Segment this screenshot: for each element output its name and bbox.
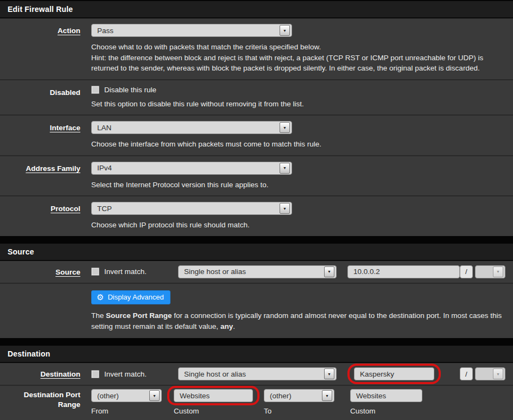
source-panel: Source Source Invert match. Single host … bbox=[0, 244, 513, 338]
chevron-down-icon[interactable]: ▼ bbox=[149, 390, 160, 401]
chevron-down-icon[interactable]: ▼ bbox=[324, 368, 334, 379]
chevron-down-icon[interactable]: ▼ bbox=[280, 25, 290, 36]
chevron-down-icon: ▼ bbox=[493, 368, 503, 379]
action-help-line1: Choose what to do with packets that matc… bbox=[91, 42, 505, 53]
disabled-row: Disabled Disable this rule Set this opti… bbox=[0, 80, 513, 116]
destination-type-select-value: Single host or alias bbox=[184, 370, 324, 378]
source-advanced-row: ⚙ Display Advanced The Source Port Range… bbox=[0, 284, 513, 338]
action-help-line2: Hint: the difference between block and r… bbox=[91, 53, 505, 74]
disabled-label: Disabled bbox=[0, 86, 91, 110]
rule-panel: Edit Firewall Rule Action Pass ▼ Choose … bbox=[0, 1, 513, 236]
port-from-caption: From bbox=[91, 407, 162, 415]
destination-mask-separator: / bbox=[460, 367, 473, 380]
action-row: Action Pass ▼ Choose what to do with pac… bbox=[0, 18, 513, 80]
port-custom-to-caption: Custom bbox=[350, 407, 422, 415]
address-family-select[interactable]: IPv4 ▼ bbox=[91, 162, 292, 175]
firewall-rule-edit-page: Edit Firewall Rule Action Pass ▼ Choose … bbox=[0, 0, 513, 420]
interface-select[interactable]: LAN ▼ bbox=[91, 121, 292, 134]
rule-panel-title: Edit Firewall Rule bbox=[0, 1, 513, 18]
action-help: Choose what to do with packets that matc… bbox=[91, 42, 505, 74]
display-advanced-button-label: Display Advanced bbox=[107, 293, 163, 301]
port-from-select[interactable]: (other) ▼ bbox=[91, 389, 162, 402]
source-port-range-note: The Source Port Range for a connection i… bbox=[91, 310, 505, 332]
source-label: Source bbox=[0, 265, 91, 278]
destination-type-select[interactable]: Single host or alias ▼ bbox=[178, 367, 337, 380]
destination-invert-option: Invert match. bbox=[91, 370, 178, 378]
destination-panel-title: Destination bbox=[0, 346, 513, 363]
port-custom-from-input[interactable]: Websites bbox=[174, 389, 253, 402]
display-advanced-button[interactable]: ⚙ Display Advanced bbox=[91, 290, 170, 304]
protocol-select[interactable]: TCP ▼ bbox=[91, 202, 292, 215]
chevron-down-icon[interactable]: ▼ bbox=[280, 163, 290, 174]
disable-rule-checkbox[interactable] bbox=[91, 86, 99, 94]
disabled-help: Set this option to disable this rule wit… bbox=[91, 99, 505, 110]
gear-icon: ⚙ bbox=[97, 293, 104, 301]
destination-label: Destination bbox=[0, 367, 91, 380]
port-to-caption: To bbox=[264, 407, 334, 415]
disable-rule-option: Disable this rule bbox=[91, 86, 505, 94]
destination-mask-select: ▼ bbox=[475, 367, 505, 380]
interface-help: Choose the interface from which packets … bbox=[91, 139, 505, 150]
source-type-select[interactable]: Single host or alias ▼ bbox=[178, 265, 337, 278]
destination-invert-label: Invert match. bbox=[104, 370, 147, 378]
source-type-select-value: Single host or alias bbox=[184, 268, 324, 276]
address-family-label: Address Family bbox=[0, 162, 91, 190]
action-select-value: Pass bbox=[97, 27, 280, 35]
port-custom-to-input[interactable]: Websites bbox=[350, 389, 422, 402]
destination-port-range-label: Destination Port Range bbox=[0, 389, 91, 420]
source-invert-checkbox[interactable] bbox=[91, 268, 99, 276]
interface-label: Interface bbox=[0, 121, 91, 150]
protocol-label: Protocol bbox=[0, 202, 91, 231]
source-mask-separator: / bbox=[460, 265, 473, 278]
protocol-row: Protocol TCP ▼ Choose which IP protocol … bbox=[0, 196, 513, 236]
destination-port-range-row: Destination Port Range (other) ▼ From We… bbox=[0, 386, 513, 420]
protocol-help: Choose which IP protocol this rule shoul… bbox=[91, 220, 505, 231]
action-label: Action bbox=[0, 24, 91, 74]
source-panel-title: Source bbox=[0, 244, 513, 261]
interface-select-value: LAN bbox=[97, 124, 280, 132]
source-invert-label: Invert match. bbox=[104, 268, 147, 276]
source-invert-option: Invert match. bbox=[91, 268, 178, 276]
port-to-select-value: (other) bbox=[270, 392, 322, 400]
chevron-down-icon[interactable]: ▼ bbox=[324, 266, 334, 277]
address-family-select-value: IPv4 bbox=[97, 164, 280, 172]
chevron-down-icon[interactable]: ▼ bbox=[322, 390, 332, 401]
action-select[interactable]: Pass ▼ bbox=[91, 24, 292, 37]
address-family-help: Select the Internet Protocol version thi… bbox=[91, 180, 505, 190]
source-port-range-bold: Source Port Range bbox=[106, 311, 172, 320]
address-family-row: Address Family IPv4 ▼ Select the Interne… bbox=[0, 156, 513, 197]
destination-row: Destination Invert match. Single host or… bbox=[0, 363, 513, 386]
destination-address-input[interactable]: Kaspersky bbox=[354, 367, 434, 380]
source-address-input[interactable]: 10.0.0.2 bbox=[347, 265, 460, 278]
protocol-select-value: TCP bbox=[97, 205, 280, 213]
source-row: Source Invert match. Single host or alia… bbox=[0, 261, 513, 284]
source-mask-select: ▼ bbox=[475, 265, 505, 278]
port-from-select-value: (other) bbox=[97, 392, 149, 400]
destination-invert-checkbox[interactable] bbox=[91, 370, 99, 378]
disable-rule-checkbox-label: Disable this rule bbox=[104, 86, 156, 94]
destination-panel: Destination Destination Invert match. Si… bbox=[0, 346, 513, 420]
chevron-down-icon[interactable]: ▼ bbox=[280, 203, 290, 214]
chevron-down-icon: ▼ bbox=[493, 266, 503, 277]
port-to-select[interactable]: (other) ▼ bbox=[264, 389, 334, 402]
chevron-down-icon[interactable]: ▼ bbox=[280, 122, 290, 133]
interface-row: Interface LAN ▼ Choose the interface fro… bbox=[0, 116, 513, 156]
any-bold: any bbox=[220, 322, 233, 330]
port-custom-from-caption: Custom bbox=[174, 407, 253, 415]
